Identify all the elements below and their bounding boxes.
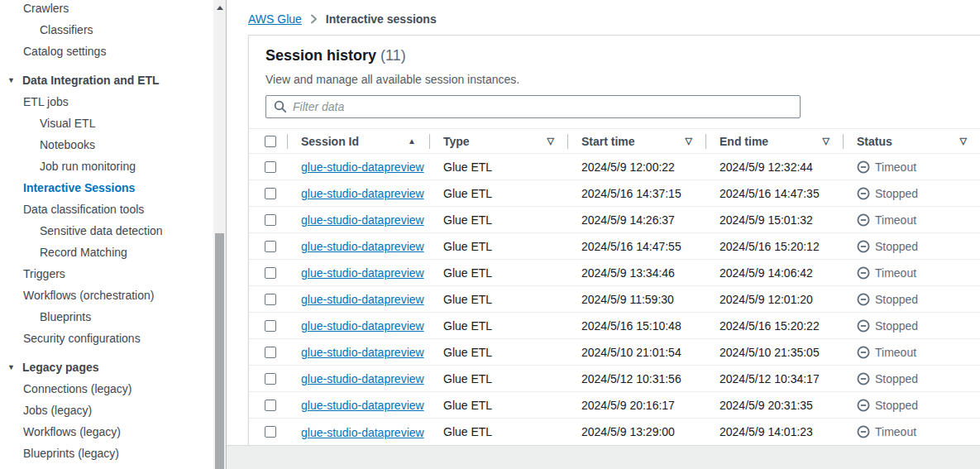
sidebar-item-record-matching[interactable]: Record Matching bbox=[0, 242, 213, 263]
status-cell: Stopped bbox=[843, 240, 980, 253]
table-row: glue-studio-datapreview Glue ETL 2024/5/… bbox=[249, 180, 980, 207]
status-label: Timeout bbox=[875, 266, 916, 280]
status-label: Stopped bbox=[875, 240, 918, 253]
sidebar-item-catalog-settings[interactable]: Catalog settings bbox=[0, 41, 213, 62]
column-filter-icon[interactable]: ▽ bbox=[686, 136, 692, 146]
sidebar-section-header[interactable]: ▼ Legacy pages bbox=[0, 357, 213, 378]
start-time-cell: 2024/5/9 12:00:22 bbox=[567, 160, 705, 174]
row-checkbox[interactable] bbox=[265, 188, 276, 199]
sidebar-item-visual-etl[interactable]: Visual ETL bbox=[0, 112, 213, 134]
column-header-end-time[interactable]: End time ▽ bbox=[705, 129, 843, 153]
sidebar-item-workflows-legacy[interactable]: Workflows (legacy) bbox=[0, 421, 213, 443]
sidebar-section-header[interactable]: ▼ Data Integration and ETL bbox=[0, 69, 213, 91]
sidebar-scrollbar[interactable] bbox=[213, 0, 227, 469]
type-cell: Glue ETL bbox=[429, 372, 567, 385]
sidebar-item-security-configurations[interactable]: Security configurations bbox=[0, 328, 213, 349]
table-header-row: Session Id ▲ Type ▽ Start time ▽ End tim… bbox=[249, 129, 980, 154]
column-filter-icon[interactable]: ▽ bbox=[960, 136, 967, 146]
row-checkbox[interactable] bbox=[265, 400, 276, 411]
session-id-link[interactable]: glue-studio-datapreview bbox=[301, 160, 424, 174]
status-cell: Timeout bbox=[843, 266, 980, 280]
column-filter-icon[interactable]: ▽ bbox=[547, 136, 554, 146]
sidebar-item-workflows-orchestration[interactable]: Workflows (orchestration) bbox=[0, 285, 213, 306]
scroll-up-button[interactable] bbox=[213, 2, 226, 13]
sidebar-item-sensitive-data-detection[interactable]: Sensitive data detection bbox=[0, 220, 213, 242]
table-row: glue-studio-datapreview Glue ETL 2024/5/… bbox=[249, 207, 980, 233]
status-minus-circle-icon bbox=[857, 346, 870, 359]
row-checkbox[interactable] bbox=[265, 267, 276, 279]
row-checkbox[interactable] bbox=[265, 373, 276, 385]
row-checkbox[interactable] bbox=[265, 426, 276, 438]
row-checkbox[interactable] bbox=[265, 320, 276, 332]
column-header-status[interactable]: Status ▽ bbox=[843, 129, 980, 153]
start-time-cell: 2024/5/9 13:29:00 bbox=[567, 425, 705, 438]
row-checkbox[interactable] bbox=[265, 347, 276, 358]
search-icon bbox=[274, 100, 287, 113]
column-filter-icon[interactable]: ▽ bbox=[823, 136, 829, 146]
status-label: Timeout bbox=[875, 346, 916, 359]
end-time-cell: 2024/5/12 10:34:17 bbox=[705, 372, 843, 385]
session-id-link[interactable]: glue-studio-datapreview bbox=[301, 399, 424, 412]
sidebar-item-classifiers[interactable]: Classifiers bbox=[0, 19, 213, 41]
sidebar-item-blueprints-legacy[interactable]: Blueprints (legacy) bbox=[0, 443, 213, 464]
filter-box[interactable] bbox=[265, 95, 801, 118]
end-time-cell: 2024/5/9 12:32:44 bbox=[705, 160, 843, 174]
column-header-start-time[interactable]: Start time ▽ bbox=[567, 129, 705, 153]
start-time-cell: 2024/5/16 14:47:55 bbox=[567, 240, 705, 253]
session-id-link[interactable]: glue-studio-datapreview bbox=[301, 372, 424, 385]
filter-input[interactable] bbox=[293, 96, 800, 117]
end-time-cell: 2024/5/9 20:31:35 bbox=[705, 399, 843, 412]
table-row: glue-studio-datapreview Glue ETL 2024/5/… bbox=[249, 260, 980, 286]
status-label: Stopped bbox=[875, 319, 918, 333]
sort-ascending-icon[interactable]: ▲ bbox=[408, 136, 416, 146]
sidebar-item-crawlers[interactable]: Crawlers bbox=[0, 0, 213, 19]
session-id-link[interactable]: glue-studio-datapreview bbox=[301, 426, 424, 439]
type-cell: Glue ETL bbox=[429, 266, 567, 280]
status-cell: Stopped bbox=[843, 293, 980, 306]
status-cell: Timeout bbox=[843, 160, 980, 174]
status-label: Stopped bbox=[875, 372, 918, 385]
status-minus-circle-icon bbox=[857, 213, 870, 227]
scrollbar-thumb[interactable] bbox=[215, 233, 224, 469]
row-checkbox[interactable] bbox=[265, 294, 276, 305]
session-id-link[interactable]: glue-studio-datapreview bbox=[301, 240, 424, 253]
sidebar-item-job-run-monitoring[interactable]: Job run monitoring bbox=[0, 156, 213, 177]
breadcrumb: AWS Glue Interactive sessions bbox=[248, 12, 980, 26]
type-cell: Glue ETL bbox=[429, 213, 567, 227]
sidebar-item-connections-legacy[interactable]: Connections (legacy) bbox=[0, 378, 213, 400]
row-checkbox[interactable] bbox=[265, 241, 276, 252]
sidebar-item-blueprints[interactable]: Blueprints bbox=[0, 306, 213, 328]
scroll-up-icon bbox=[217, 6, 223, 10]
sidebar-item-jobs-legacy[interactable]: Jobs (legacy) bbox=[0, 400, 213, 421]
status-minus-circle-icon bbox=[857, 293, 870, 306]
session-id-link[interactable]: glue-studio-datapreview bbox=[301, 213, 424, 227]
session-id-link[interactable]: glue-studio-datapreview bbox=[301, 266, 424, 280]
sidebar-item-etl-jobs[interactable]: ETL jobs bbox=[0, 91, 213, 112]
table-row: glue-studio-datapreview Glue ETL 2024/5/… bbox=[249, 392, 980, 419]
type-cell: Glue ETL bbox=[429, 319, 567, 333]
breadcrumb-chevron-icon bbox=[310, 14, 318, 24]
table-row: glue-studio-datapreview Glue ETL 2024/5/… bbox=[249, 419, 980, 445]
session-id-link[interactable]: glue-studio-datapreview bbox=[301, 293, 424, 306]
section-caret-icon: ▼ bbox=[7, 363, 15, 371]
start-time-cell: 2024/5/16 14:37:15 bbox=[567, 187, 705, 200]
sidebar-item-notebooks[interactable]: Notebooks bbox=[0, 134, 213, 156]
row-checkbox[interactable] bbox=[265, 214, 276, 226]
type-cell: Glue ETL bbox=[429, 160, 567, 174]
breadcrumb-link-aws-glue[interactable]: AWS Glue bbox=[248, 12, 302, 26]
sidebar-item-triggers[interactable]: Triggers bbox=[0, 263, 213, 285]
session-table: Session Id ▲ Type ▽ Start time ▽ End tim… bbox=[249, 128, 980, 445]
column-header-type[interactable]: Type ▽ bbox=[429, 129, 567, 153]
select-all-checkbox[interactable] bbox=[265, 136, 276, 147]
row-checkbox[interactable] bbox=[265, 161, 276, 173]
main-content: AWS Glue Interactive sessions Session hi… bbox=[227, 0, 980, 469]
session-id-link[interactable]: glue-studio-datapreview bbox=[301, 319, 424, 333]
session-id-link[interactable]: glue-studio-datapreview bbox=[301, 346, 424, 359]
sidebar-item-data-classification-tools[interactable]: Data classification tools bbox=[0, 199, 213, 220]
column-header-session-id[interactable]: Session Id ▲ bbox=[287, 129, 429, 153]
status-cell: Timeout bbox=[843, 425, 980, 438]
session-id-link[interactable]: glue-studio-datapreview bbox=[301, 187, 424, 200]
end-time-cell: 2024/5/16 15:20:22 bbox=[705, 319, 843, 333]
sidebar-item-interactive-sessions[interactable]: Interactive Sessions bbox=[0, 177, 213, 199]
panel-description: View and manage all available session in… bbox=[265, 73, 963, 86]
